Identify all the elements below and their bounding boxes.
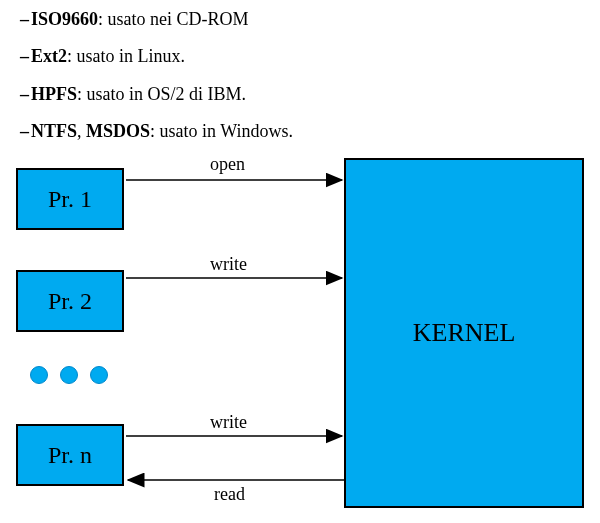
list-item: –HPFS: usato in OS/2 di IBM. <box>20 83 580 106</box>
arrow-label-write: write <box>210 412 247 433</box>
filesystem-list: –ISO9660: usato nei CD-ROM –Ext2: usato … <box>0 0 600 144</box>
fs-name: HPFS <box>31 84 77 104</box>
fs-name: Ext2 <box>31 46 67 66</box>
arrow-label-open: open <box>210 154 245 175</box>
fs-desc: : usato in Linux. <box>67 46 185 66</box>
fs-name: NTFS <box>31 121 77 141</box>
list-item: –NTFS, MSDOS: usato in Windows. <box>20 120 580 143</box>
fs-desc: : usato in OS/2 di IBM. <box>77 84 246 104</box>
fs-sep: , <box>77 121 86 141</box>
fs-name: ISO9660 <box>31 9 98 29</box>
dash-icon: – <box>20 121 29 141</box>
dash-icon: – <box>20 46 29 66</box>
dash-icon: – <box>20 84 29 104</box>
arrow-label-read: read <box>214 484 245 505</box>
arrow-label-write: write <box>210 254 247 275</box>
dash-icon: – <box>20 9 29 29</box>
fs-desc: : usato in Windows. <box>150 121 293 141</box>
list-item: –ISO9660: usato nei CD-ROM <box>20 8 580 31</box>
arrows-svg <box>10 148 590 518</box>
fs-desc: : usato nei CD-ROM <box>98 9 249 29</box>
kernel-diagram: Pr. 1 Pr. 2 Pr. n KERNEL <box>10 148 590 518</box>
fs-name-2: MSDOS <box>86 121 150 141</box>
list-item: –Ext2: usato in Linux. <box>20 45 580 68</box>
